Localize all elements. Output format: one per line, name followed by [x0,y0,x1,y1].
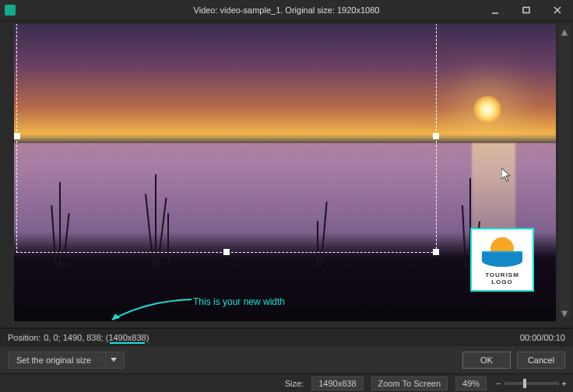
logo-icon [482,234,522,268]
maximize-icon [522,6,530,14]
scroll-up-icon[interactable]: ▴ [559,26,570,37]
zoom-out-icon[interactable]: − [496,379,501,388]
time-display: 00:00/00:10 [520,333,565,342]
crop-selection[interactable] [16,24,437,253]
canvas-area: TOURISMLOGO This is your new width ▴ ▾ [0,20,573,328]
logo-text: TOURISMLOGO [485,271,519,285]
window-controls [480,0,573,20]
video-preview[interactable]: TOURISMLOGO This is your new width [14,24,556,321]
size-label: Size: [285,379,304,388]
zoom-in-icon[interactable]: + [562,379,567,388]
titlebar: Video: video-sample_1. Original size: 19… [0,0,573,20]
position-dimensions: (1490x838) [106,333,149,342]
cancel-button[interactable]: Cancel [517,352,565,369]
ok-button[interactable]: OK [462,352,511,369]
crop-handle-east[interactable] [433,133,439,139]
close-icon [554,6,561,14]
zoom-slider[interactable]: − + [496,379,567,388]
video-editor-window: Video: video-sample_1. Original size: 19… [0,0,573,392]
zoom-slider-knob[interactable] [523,379,526,388]
position-coords: 0, 0; 1490, 838; (1490x838) [44,333,149,342]
zoom-slider-track[interactable] [504,382,559,385]
scroll-down-icon[interactable]: ▾ [559,307,570,318]
zoom-percent-box[interactable]: 49% [455,376,487,390]
logo-overlay[interactable]: TOURISMLOGO [470,228,534,292]
minimize-button[interactable] [480,0,511,20]
status-bar: Size: 1490x838 Zoom To Screen 49% − + [0,373,573,392]
crop-handle-south[interactable] [223,249,230,255]
position-label: Position: [8,333,40,342]
action-bar: Set the original size OK Cancel [0,345,573,373]
dropdown-caret-icon [105,352,121,368]
annotation-arrow-icon [107,296,193,321]
vertical-scrollbar[interactable]: ▴ ▾ [559,26,570,318]
size-preset-dropdown[interactable]: Set the original size [8,352,125,369]
position-bar: Position: 0, 0; 1490, 838; (1490x838) 00… [0,328,573,345]
size-preset-label: Set the original size [16,355,91,365]
annotation-label: This is your new width [193,296,285,307]
close-button[interactable] [542,0,573,20]
zoom-to-screen-button[interactable]: Zoom To Screen [371,376,448,390]
app-icon [5,5,16,16]
maximize-button[interactable] [511,0,542,20]
crop-handle-west[interactable] [14,133,20,139]
svg-rect-1 [523,8,529,13]
minimize-icon [491,6,499,14]
crop-handle-southeast[interactable] [433,249,439,255]
size-value-box[interactable]: 1490x838 [311,376,363,390]
